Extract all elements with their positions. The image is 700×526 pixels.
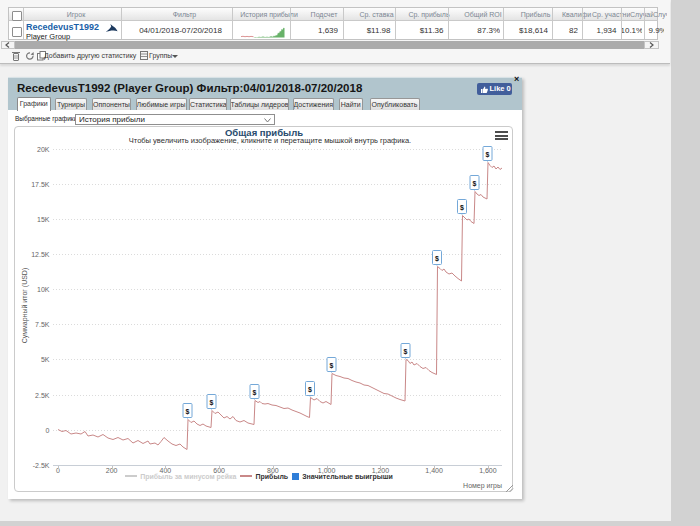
svg-text:$: $ — [435, 255, 439, 263]
svg-text:$: $ — [210, 399, 214, 407]
svg-text:$: $ — [330, 362, 334, 370]
svg-text:$: $ — [308, 386, 312, 394]
svg-text:$: $ — [404, 348, 408, 356]
svg-text:$: $ — [253, 389, 257, 397]
svg-text:$: $ — [186, 408, 190, 416]
svg-text:$: $ — [486, 151, 490, 159]
svg-text:$: $ — [473, 180, 477, 188]
svg-text:$: $ — [460, 204, 464, 212]
